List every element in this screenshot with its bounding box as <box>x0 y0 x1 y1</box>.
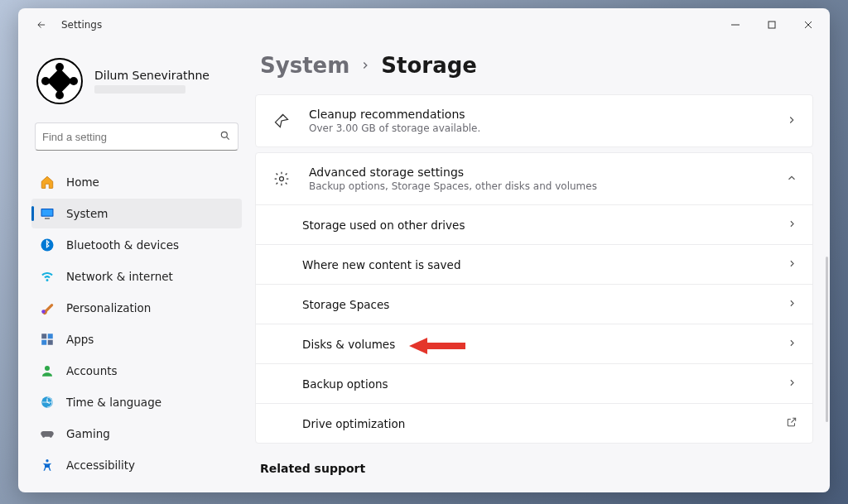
breadcrumb-parent[interactable]: System <box>260 53 349 78</box>
sidebar-item-label: Accessibility <box>66 458 135 472</box>
breadcrumb-current: Storage <box>381 53 477 78</box>
app-title: Settings <box>61 19 102 31</box>
sidebar-item-personalization[interactable]: Personalization <box>31 293 242 323</box>
maximize-icon <box>767 20 777 30</box>
chevron-right-icon <box>787 218 797 232</box>
sidebar-item-system[interactable]: System <box>31 199 242 228</box>
subrow-new-content[interactable]: Where new content is saved <box>256 244 812 284</box>
close-button[interactable] <box>790 12 826 37</box>
sidebar-item-network[interactable]: Network & internet <box>31 262 242 291</box>
subrow-disks-volumes[interactable]: Disks & volumes <box>256 324 812 363</box>
subrow-drive-optimization[interactable]: Drive optimization <box>256 403 812 443</box>
breadcrumb: System Storage <box>255 53 813 78</box>
gamepad-icon <box>40 426 55 441</box>
svg-rect-13 <box>41 340 46 345</box>
sidebar-item-label: Time & language <box>66 396 161 409</box>
back-button[interactable] <box>30 13 53 36</box>
profile-subline <box>94 85 186 94</box>
svg-point-4 <box>221 132 227 137</box>
card-advanced: Advanced storage settings Backup options… <box>255 152 813 444</box>
svg-line-5 <box>226 137 229 139</box>
sidebar-item-accessibility[interactable]: Accessibility <box>31 450 242 480</box>
wifi-icon <box>40 269 55 284</box>
subrow-backup-options[interactable]: Backup options <box>256 363 812 403</box>
card-cleanup: Cleanup recommendations Over 3.00 GB of … <box>255 94 813 147</box>
subrow-label: Where new content is saved <box>302 258 787 271</box>
sidebar-item-gaming[interactable]: Gaming <box>31 419 242 449</box>
system-icon <box>40 206 55 221</box>
row-subtitle: Backup options, Storage Spaces, other di… <box>309 180 786 192</box>
clock-globe-icon <box>40 395 55 410</box>
sidebar-item-time[interactable]: Time & language <box>31 387 242 417</box>
svg-rect-7 <box>42 209 53 216</box>
sidebar-item-label: Bluetooth & devices <box>66 238 179 252</box>
sidebar-item-apps[interactable]: Apps <box>31 324 242 354</box>
subrow-storage-other-drives[interactable]: Storage used on other drives <box>256 204 812 244</box>
related-support-heading: Related support <box>255 449 813 488</box>
svg-rect-14 <box>48 340 53 345</box>
sidebar-item-label: Gaming <box>66 427 110 440</box>
profile[interactable]: Dilum Senevirathne <box>31 58 242 104</box>
advanced-sublist: Storage used on other drives Where new c… <box>256 204 812 443</box>
chevron-right-icon <box>786 113 797 129</box>
subrow-label: Backup options <box>302 377 787 391</box>
chevron-right-icon <box>787 258 797 271</box>
sidebar-item-label: Home <box>66 175 99 189</box>
close-icon <box>803 20 813 30</box>
sidebar-item-label: Apps <box>66 333 94 346</box>
svg-point-18 <box>280 177 284 181</box>
profile-name: Dilum Senevirathne <box>94 69 210 82</box>
row-title: Advanced storage settings <box>309 166 786 179</box>
row-cleanup[interactable]: Cleanup recommendations Over 3.00 GB of … <box>256 95 812 146</box>
sidebar-item-home[interactable]: Home <box>31 167 242 197</box>
settings-window: Settings Dilum Senevirathne <box>18 8 830 492</box>
chevron-right-icon <box>359 57 371 74</box>
chevron-up-icon <box>786 171 797 187</box>
open-external-icon <box>786 416 797 430</box>
sidebar-item-bluetooth[interactable]: Bluetooth & devices <box>31 230 242 260</box>
row-advanced-header[interactable]: Advanced storage settings Backup options… <box>256 153 812 204</box>
chevron-right-icon <box>787 338 797 351</box>
minimize-icon <box>730 20 740 30</box>
scrollbar[interactable] <box>826 257 828 422</box>
row-title: Cleanup recommendations <box>309 108 786 121</box>
subrow-label: Storage Spaces <box>302 298 787 311</box>
svg-point-15 <box>45 366 50 371</box>
titlebar: Settings <box>18 8 830 41</box>
sidebar-item-accounts[interactable]: Accounts <box>31 356 242 386</box>
sidebar-item-label: Personalization <box>66 301 151 314</box>
svg-rect-8 <box>45 218 50 219</box>
search-input[interactable] <box>42 131 219 143</box>
sidebar: Dilum Senevirathne Home <box>18 41 250 492</box>
svg-rect-12 <box>48 334 53 338</box>
avatar <box>36 58 83 104</box>
home-icon <box>40 175 55 190</box>
subrow-label: Drive optimization <box>302 417 786 430</box>
accessibility-icon <box>40 458 55 473</box>
svg-rect-11 <box>41 334 46 338</box>
person-icon <box>40 363 55 378</box>
bluetooth-icon <box>40 238 55 252</box>
svg-rect-1 <box>768 22 775 28</box>
sidebar-item-label: Accounts <box>66 364 118 377</box>
maximize-button[interactable] <box>754 12 790 37</box>
gear-icon <box>271 170 292 187</box>
svg-point-17 <box>46 459 48 462</box>
subrow-label: Storage used on other drives <box>302 218 787 232</box>
sidebar-item-label: System <box>66 207 108 220</box>
nav-list: Home System Bluetooth & devices <box>31 167 242 480</box>
broom-icon <box>271 113 292 129</box>
back-arrow-icon <box>36 19 47 31</box>
search-icon <box>219 129 231 145</box>
brush-icon <box>40 300 55 315</box>
row-subtitle: Over 3.00 GB of storage available. <box>309 122 786 134</box>
search-box[interactable] <box>35 122 238 151</box>
chevron-right-icon <box>787 377 797 391</box>
subrow-storage-spaces[interactable]: Storage Spaces <box>256 284 812 324</box>
content: System Storage Cleanup recommendations O… <box>250 41 830 492</box>
apps-icon <box>40 332 55 347</box>
svg-point-10 <box>41 310 46 314</box>
subrow-label: Disks & volumes <box>302 338 787 351</box>
sidebar-item-label: Network & internet <box>66 270 173 283</box>
minimize-button[interactable] <box>717 12 754 37</box>
